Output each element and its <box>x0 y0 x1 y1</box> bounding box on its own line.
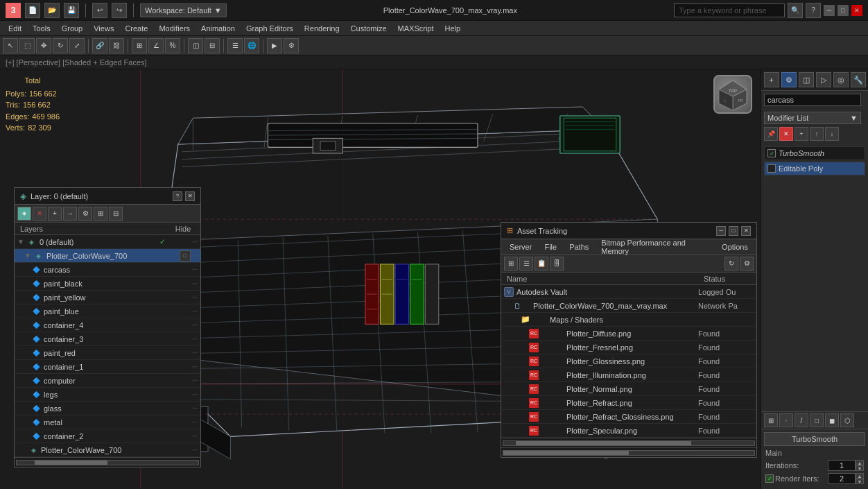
asset-row-glossiness[interactable]: RC Plotter_Glossiness.png Found <box>501 354 756 368</box>
menu-tools[interactable]: Tools <box>27 23 56 34</box>
command-panel-modify[interactable]: ⚙ <box>781 72 797 87</box>
modifier-turbosmooth[interactable]: TurboSmooth <box>764 146 865 160</box>
border-btn[interactable]: □ <box>810 413 824 427</box>
new-btn[interactable]: 📄 <box>25 3 40 18</box>
asset-scrollbar-track[interactable] <box>503 440 755 446</box>
asset-row-refract-gloss[interactable]: RC Plotter_Refract_Glossiness.png Found <box>501 410 756 424</box>
menu-views[interactable]: Views <box>88 23 119 34</box>
command-panel-motion[interactable]: ▷ <box>816 72 831 87</box>
app-icon[interactable]: 3 <box>6 3 21 18</box>
search-icon[interactable]: 🔍 <box>788 3 803 18</box>
asset-close-btn[interactable]: ✕ <box>741 226 751 236</box>
iterations-input[interactable]: 1 <box>828 460 856 471</box>
asset-row-specular[interactable]: RC Plotter_Specular.png Found <box>501 424 756 438</box>
layer-expand-btn[interactable]: ⊞ <box>94 207 107 221</box>
asset-row-normal[interactable]: RC Plotter_Normal.png Found <box>501 382 756 396</box>
asset-row-refract[interactable]: RC Plotter_Refract.png Found <box>501 396 756 410</box>
layer-item-paint-blue[interactable]: 🔷 paint_blue ··· <box>15 304 200 318</box>
command-panel-display[interactable]: ◎ <box>833 72 849 87</box>
maximize-btn[interactable]: □ <box>837 5 849 16</box>
move-up-btn[interactable]: ↑ <box>810 127 824 141</box>
minimize-btn[interactable]: ─ <box>824 5 835 16</box>
layer-item-paint-red[interactable]: 🔷 paint_red ··· <box>15 346 200 360</box>
render-iters-spinner[interactable]: ▲ ▼ <box>856 473 864 484</box>
asset-tb-1[interactable]: ⊞ <box>504 257 518 271</box>
asset-h-track[interactable] <box>503 450 755 456</box>
layer-item-carcass[interactable]: 🔷 carcass ··· <box>15 263 200 277</box>
layer-item-default[interactable]: ▼ ◈ 0 (default) ✓ ··· <box>15 235 200 249</box>
layer-collapse-btn[interactable]: ⊟ <box>109 207 123 221</box>
asset-menu-options[interactable]: Options <box>716 241 754 252</box>
save-btn[interactable]: 💾 <box>64 3 79 18</box>
mirror-btn[interactable]: ◫ <box>188 38 203 53</box>
asset-menu-server[interactable]: Server <box>504 241 537 252</box>
select-region-btn[interactable]: ⬚ <box>19 38 35 53</box>
layer-item-computer[interactable]: 🔷 computer ··· <box>15 374 200 388</box>
redo-btn[interactable]: ↪ <box>112 3 127 18</box>
undo-btn[interactable]: ↩ <box>92 3 107 18</box>
layer-action-box[interactable]: □ <box>180 250 191 261</box>
asset-menu-file[interactable]: File <box>539 241 562 252</box>
command-panel-create[interactable]: + <box>764 72 779 87</box>
modifier-editable-poly[interactable]: Editable Poly <box>764 162 865 175</box>
close-btn[interactable]: ✕ <box>851 5 862 16</box>
layer-scrollbar-thumb[interactable] <box>35 461 107 465</box>
iterations-down[interactable]: ▼ <box>856 465 864 471</box>
asset-row-maps[interactable]: 📁 Maps / Shaders <box>501 313 756 327</box>
render-iters-input[interactable]: 2 <box>828 473 856 484</box>
asset-row-diffuse[interactable]: RC Plotter_Diffuse.png Found <box>501 327 756 341</box>
menu-create[interactable]: Create <box>119 23 153 34</box>
scale-btn[interactable]: ⤢ <box>69 38 85 53</box>
render-setup-btn[interactable]: ⚙ <box>284 38 299 53</box>
snap-btn[interactable]: ⊞ <box>132 38 147 53</box>
asset-tb-4[interactable]: 🗄 <box>550 257 564 271</box>
layer-item-container-2[interactable]: 🔷 container_2 ··· <box>15 429 200 443</box>
menu-group[interactable]: Group <box>56 23 89 34</box>
layer-icon-small[interactable]: ◈ <box>17 207 31 221</box>
object-name-input[interactable] <box>764 94 861 106</box>
vertex-btn[interactable]: · <box>779 413 793 427</box>
layer-item-container-1[interactable]: 🔷 container_1 ··· <box>15 360 200 374</box>
layer-item-paint-yellow[interactable]: 🔷 paint_yellow ··· <box>15 291 200 304</box>
layer-item-container-4[interactable]: 🔷 container_4 ··· <box>15 318 200 332</box>
layer-item-legs[interactable]: 🔷 legs ··· <box>15 388 200 402</box>
asset-menu-bitmap-perf[interactable]: Bitmap Performance and Memory <box>596 237 715 257</box>
move-btn[interactable]: ✥ <box>36 38 51 53</box>
render-iters-checkbox[interactable]: ✓ <box>765 474 774 483</box>
asset-row-vault[interactable]: V Autodesk Vault Logged Ou <box>501 285 756 299</box>
render-iters-up[interactable]: ▲ <box>856 473 864 479</box>
render-iters-down[interactable]: ▼ <box>856 479 864 484</box>
link-btn[interactable]: 🔗 <box>92 38 107 53</box>
edge-btn[interactable]: / <box>795 413 808 427</box>
layer-help-btn[interactable]: ? <box>173 191 182 201</box>
asset-tb-refresh[interactable]: ↻ <box>724 257 738 271</box>
layer-scrollbar-track[interactable] <box>16 460 199 465</box>
add-modifier-btn[interactable]: + <box>795 127 808 141</box>
poly-btn[interactable]: ◼ <box>825 413 839 427</box>
rotate-btn[interactable]: ↻ <box>53 38 68 53</box>
pin-btn[interactable]: 📌 <box>764 127 778 141</box>
asset-row-fresnel[interactable]: RC Plotter_Fresnel.png Found <box>501 341 756 354</box>
render-btn[interactable]: ▶ <box>267 38 282 53</box>
layer-item-plotter-bottom[interactable]: ◈ Plotter_ColorWave_700 ··· <box>15 443 200 457</box>
command-panel-utilities[interactable]: 🔧 <box>851 72 866 87</box>
menu-modifiers[interactable]: Modifiers <box>153 23 196 34</box>
delete-modifier-btn[interactable]: ✕ <box>779 127 793 141</box>
menu-edit[interactable]: Edit <box>3 23 27 34</box>
move-down-btn[interactable]: ↓ <box>825 127 839 141</box>
command-panel-hierarchy[interactable]: ◫ <box>799 72 814 87</box>
layer-move-to-btn[interactable]: → <box>63 207 77 221</box>
menu-help[interactable]: Help <box>440 23 467 34</box>
align-btn[interactable]: ⊟ <box>205 38 220 53</box>
asset-scrollbar-thumb[interactable] <box>516 441 691 445</box>
asset-tb-3[interactable]: 📋 <box>535 257 548 271</box>
asset-h-thumb[interactable] <box>503 451 629 455</box>
unlink-btn[interactable]: ⛓ <box>109 38 124 53</box>
layer-close-btn[interactable]: ✕ <box>185 191 195 201</box>
layer-add-btn[interactable]: + <box>48 207 62 221</box>
help-icon[interactable]: ? <box>806 3 821 18</box>
iterations-up[interactable]: ▲ <box>856 460 864 465</box>
modifier-list-header[interactable]: Modifier List ▼ <box>764 112 861 124</box>
layer-settings-btn[interactable]: ⚙ <box>78 207 92 221</box>
menu-graph-editors[interactable]: Graph Editors <box>241 23 299 34</box>
